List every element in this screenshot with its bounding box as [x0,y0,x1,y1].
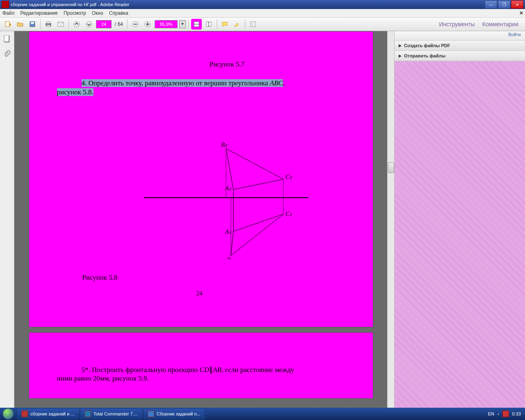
svg-point-7 [74,21,80,27]
save-button[interactable] [27,19,38,30]
system-tray: EN ‹ 0:33 [484,411,525,417]
task-4-line1: 4. Определить точку, равноудаленную от в… [82,79,285,87]
titlebar: сборник заданий и упражнений по НГ.pdf -… [0,0,525,9]
page-total: 64 [118,21,123,27]
svg-rect-4 [47,22,50,23]
toolbar: 24 / 64 95,9% ▼ Инструменты Комментарии [0,18,525,31]
menu-file[interactable]: Файл [2,10,15,16]
taskbar-item-totalcmd[interactable]: Total Commander 7.... [80,408,142,420]
svg-line-21 [233,179,283,189]
menu-view[interactable]: Просмотр [64,10,86,16]
export-pdf-button[interactable] [2,19,13,30]
zoom-input[interactable]: 95,9% [155,20,178,28]
start-button[interactable] [0,408,16,420]
page-number: 24 [196,290,203,297]
taskbar: сборник заданий и ... Total Commander 7.… [0,408,525,420]
taskbar-item-word[interactable]: Сборник заданий п... [143,408,205,420]
totalcmd-icon [84,411,91,417]
menu-help[interactable]: Справка [109,10,128,16]
open-button[interactable] [15,19,25,30]
svg-text:C₂: C₂ [285,173,292,180]
adobe-icon [21,411,28,417]
zoom-in-button[interactable] [142,19,153,30]
create-pdf-panel[interactable]: ▶Создать файлы PDF [395,41,525,51]
page-up-button[interactable] [71,19,82,30]
vertical-scrollbar[interactable] [387,31,394,408]
language-indicator[interactable]: EN [488,411,494,416]
svg-line-24 [233,214,283,231]
svg-line-20 [226,148,283,179]
thumbnails-tab[interactable] [2,34,11,43]
read-mode-button[interactable] [248,19,258,30]
fit-width-button[interactable] [191,19,202,30]
comment-button[interactable] [219,19,230,30]
svg-text:A₁: A₁ [225,228,231,235]
tools-pane: Войти ▶Создать файлы PDF ▶Отправить файл… [394,31,525,408]
nav-pane [0,31,14,408]
send-files-panel[interactable]: ▶Отправить файлы [395,51,525,61]
svg-rect-0 [5,22,9,27]
comments-link[interactable]: Комментарии [482,21,518,27]
word-icon [148,411,154,417]
page-24: Рисунок 5.7 4. Определить точку, равноуд… [29,31,373,327]
window-title: сборник заданий и упражнений по НГ.pdf -… [11,2,485,7]
svg-text:C₁: C₁ [285,210,292,217]
page-number-input[interactable]: 24 [96,20,112,28]
chevron-right-icon: ▶ [399,43,402,48]
figure-5-8-caption: Рисунок 5.8 [82,274,118,282]
tools-link[interactable]: Инструменты [439,21,475,27]
svg-line-25 [231,214,283,256]
fit-page-button[interactable] [203,19,214,30]
svg-line-22 [226,148,233,189]
attachments-tab[interactable] [2,49,11,58]
chevron-right-icon: ▶ [399,54,402,58]
menu-edit[interactable]: Редактирование [21,10,58,16]
highlight-button[interactable] [232,19,242,30]
page-down-button[interactable] [84,19,94,30]
scrollbar-thumb[interactable] [388,162,394,173]
tools-pane-body [395,61,525,408]
figure-5-7-caption: Рисунок 5.7 [210,60,245,68]
sign-in-link[interactable]: Войти [395,31,525,41]
svg-point-8 [86,21,92,27]
figure-5-8-diagram: x B₂ C₂ A₂ C₁ A₁ B₁ [144,95,308,259]
print-button[interactable] [43,19,54,30]
task-5-line1: 5*. Построить фронтальную проекцию CD‖AB… [82,365,294,374]
clock[interactable]: 0:33 [512,411,521,416]
task-5-line2: ними равно 20мм, рисунок 5.9. [57,374,149,383]
svg-rect-5 [47,25,50,27]
svg-text:B₂: B₂ [221,142,228,148]
tray-app-icon[interactable] [502,411,509,417]
menubar-close-doc[interactable]: ✕ [519,10,523,16]
page-25: 5*. Построить фронтальную проекцию CD‖AB… [29,332,373,399]
zoom-dropdown[interactable]: ▼ [179,20,186,28]
svg-rect-2 [31,22,34,24]
svg-rect-10 [134,24,137,25]
zoom-out-button[interactable] [130,19,141,30]
menubar: Файл Редактирование Просмотр Окно Справк… [0,9,525,18]
maximize-button[interactable]: ❐ [498,0,510,9]
tray-chevron-icon[interactable]: ‹ [498,411,499,416]
document-area[interactable]: Рисунок 5.7 4. Определить точку, равноуд… [14,31,387,408]
menu-window[interactable]: Окно [92,10,103,16]
svg-rect-19 [4,35,9,42]
svg-rect-13 [147,23,148,26]
task-4-line2: рисунок 5.8. [57,88,94,96]
minimize-button[interactable]: ― [485,0,497,9]
svg-text:A₂: A₂ [225,185,232,192]
app-icon [2,1,9,8]
taskbar-item-reader[interactable]: сборник заданий и ... [17,408,79,420]
close-button[interactable]: ✕ [511,0,523,9]
email-button[interactable] [55,19,66,30]
svg-text:B₁: B₁ [227,256,233,259]
windows-orb-icon [2,408,14,420]
